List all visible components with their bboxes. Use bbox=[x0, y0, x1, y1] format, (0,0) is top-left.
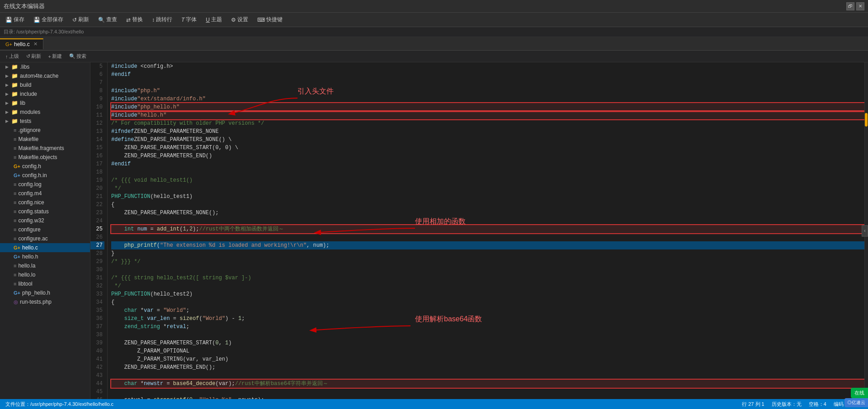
folder-icon: 📁 bbox=[11, 118, 18, 124]
close-button[interactable]: ✕ bbox=[856, 2, 864, 10]
sidebar-item-hello-la[interactable]: ≡ hello.la bbox=[0, 261, 90, 270]
code-line: #ifndef ZEND_PARSE_PARAMETERS_NONE bbox=[111, 127, 864, 136]
refresh2-button[interactable]: ↺ 刷新 bbox=[24, 52, 43, 60]
settings-button[interactable]: ⚙ 设置 bbox=[229, 15, 250, 24]
folder-icon: 📁 bbox=[11, 64, 18, 70]
code-editor[interactable]: #include <config.h> #endif #include "php… bbox=[108, 62, 864, 399]
replace-label: 替换 bbox=[132, 16, 143, 24]
save-button[interactable]: 💾 保存 bbox=[4, 15, 26, 24]
sidebar-item-config-log[interactable]: ≡ config.log bbox=[0, 180, 90, 189]
goto-label: 跳转行 bbox=[156, 16, 172, 24]
file-label: config.status bbox=[18, 208, 48, 215]
code-line: /* {{{ void hello_test1() bbox=[111, 176, 864, 184]
up-button[interactable]: ↑ 上级 bbox=[4, 52, 21, 60]
line-numbers: 5 6 7 8 9 10 11 12 13 14 15 16 17 18 19 … bbox=[90, 62, 108, 399]
folder-label: autom4te.cache bbox=[20, 73, 58, 79]
code-line: /* {{{ string hello_test2([ string $var … bbox=[111, 274, 864, 282]
toolbar: 💾 保存 💾 全部保存 ↺ 刷新 🔍 查查 ⇄ 替换 ↕ 跳转行 T 字体 U … bbox=[0, 13, 868, 27]
code-line: #include "php.h" bbox=[111, 87, 864, 95]
refresh-button[interactable]: ↺ 刷新 bbox=[71, 15, 91, 24]
sidebar-item-makefile[interactable]: ≡ Makefile bbox=[0, 135, 90, 144]
sidebar-item-hello-lo[interactable]: ≡ hello.lo bbox=[0, 270, 90, 279]
save-all-button[interactable]: 💾 全部保存 bbox=[32, 15, 65, 24]
new-icon: + bbox=[48, 54, 51, 59]
code-line: ZEND_PARSE_PARAMETERS_END() bbox=[111, 152, 864, 160]
collapse-sidebar-button[interactable]: ‹ bbox=[862, 225, 868, 236]
search2-button[interactable]: 🔍 搜索 bbox=[67, 52, 88, 60]
tab-close-button[interactable]: ✕ bbox=[33, 41, 38, 47]
file-icon: ≡ bbox=[14, 136, 16, 142]
sidebar-item-config-h[interactable]: G+ config.h bbox=[0, 162, 90, 171]
goto-line-button[interactable]: ↕ 跳转行 bbox=[150, 15, 174, 24]
c-file-icon: G+ bbox=[14, 245, 20, 250]
theme-button[interactable]: U 主题 bbox=[204, 15, 224, 24]
file-icon: ≡ bbox=[14, 191, 16, 196]
folder-label: modules bbox=[20, 109, 40, 115]
file-label: Makefile.objects bbox=[18, 154, 57, 160]
sidebar-item-modules[interactable]: ▶ 📁 modules bbox=[0, 108, 90, 117]
code-line: #include "ext/standard/info.h" bbox=[111, 95, 864, 103]
yiyun-badge: ◎亿速云 bbox=[844, 398, 868, 407]
cursor-position: 行 27 列 1 bbox=[742, 401, 764, 408]
sidebar-item-libs[interactable]: ▶ 📁 .libs bbox=[0, 62, 90, 71]
replace-button[interactable]: ⇄ 替换 bbox=[124, 15, 145, 24]
folder-label: .libs bbox=[20, 64, 29, 70]
code-line: /* }}} */ bbox=[111, 258, 864, 266]
file-label: run-tests.php bbox=[20, 299, 52, 305]
code-line-active: php_printf("The extension %d is loaded a… bbox=[111, 241, 864, 249]
code-line bbox=[111, 266, 864, 274]
sidebar-item-tests[interactable]: ▶ 📁 tests bbox=[0, 117, 90, 126]
file-icon: ≡ bbox=[14, 272, 16, 277]
search-button[interactable]: 🔍 查查 bbox=[96, 15, 119, 24]
maximize-button[interactable]: 🗗 bbox=[846, 2, 854, 10]
sidebar-item-configure-ac[interactable]: ≡ configure.ac bbox=[0, 234, 90, 243]
chevron-right-icon: ▶ bbox=[5, 110, 9, 114]
code-line bbox=[111, 331, 864, 339]
sidebar-item-include[interactable]: ▶ 📁 include bbox=[0, 89, 90, 99]
file-icon: ≡ bbox=[14, 236, 16, 241]
file-icon: ≡ bbox=[14, 155, 16, 160]
sidebar-item-config-h-in[interactable]: G+ config.h.in bbox=[0, 171, 90, 180]
sidebar-item-config-m4[interactable]: ≡ config.m4 bbox=[0, 189, 90, 198]
sidebar-item-configure[interactable]: ≡ configure bbox=[0, 225, 90, 234]
tab-file-icon: G+ bbox=[5, 42, 12, 47]
sidebar-item-autom4te[interactable]: ▶ 📁 autom4te.cache bbox=[0, 71, 90, 80]
tab-hello-c[interactable]: G+ hello.c ✕ bbox=[0, 38, 43, 49]
sidebar-item-lib[interactable]: ▶ 📁 lib bbox=[0, 99, 90, 108]
save-label: 保存 bbox=[14, 16, 24, 24]
sidebar-item-config-nice[interactable]: ≡ config.nice bbox=[0, 198, 90, 207]
sidebar-item-build[interactable]: ▶ 📁 build bbox=[0, 80, 90, 89]
file-icon: ≡ bbox=[14, 182, 16, 187]
space-size: 空格：4 bbox=[809, 401, 826, 408]
shortcuts-button[interactable]: ⌨ 快捷键 bbox=[255, 15, 284, 24]
file-label: hello.lo bbox=[18, 272, 35, 278]
sidebar-item-config-w32[interactable]: ≡ config.w32 bbox=[0, 216, 90, 225]
sidebar-item-makefile-objects[interactable]: ≡ Makefile.objects bbox=[0, 153, 90, 162]
new-button[interactable]: + 新建 bbox=[47, 52, 64, 60]
file-icon: ≡ bbox=[14, 281, 16, 287]
chevron-right-icon: ▶ bbox=[5, 83, 9, 87]
replace-icon: ⇄ bbox=[126, 17, 131, 23]
sidebar-item-gitignore[interactable]: ≡ .gitignore bbox=[0, 126, 90, 135]
file-label: Makefile bbox=[18, 136, 38, 142]
file-label: configure.ac bbox=[18, 235, 47, 242]
save-all-icon: 💾 bbox=[33, 17, 40, 23]
sidebar-item-hello-h[interactable]: G+ hello.h bbox=[0, 252, 90, 261]
scroll-thumb[interactable] bbox=[865, 113, 868, 127]
code-line-boxed-1: int num = add_int(1,2);//rust中两个数相加函数并返回… bbox=[111, 225, 864, 233]
sidebar-item-makefile-fragments[interactable]: ≡ Makefile.fragments bbox=[0, 144, 90, 153]
sidebar-item-libtool[interactable]: ≡ libtool bbox=[0, 279, 90, 288]
online-badge: 在线 bbox=[851, 388, 868, 398]
directory-path: 目录: /usr/phper/php-7.4.30/ext/hello bbox=[4, 28, 84, 35]
file-path: 文件位置：/usr/phper/php-7.4.30/ext/hello/hel… bbox=[5, 401, 113, 408]
sidebar-item-run-tests[interactable]: ◎ run-tests.php bbox=[0, 297, 90, 306]
file-icon: ≡ bbox=[14, 200, 16, 205]
search2-icon: 🔍 bbox=[69, 53, 75, 59]
file-icon: ≡ bbox=[14, 209, 16, 214]
sidebar-item-php-hello-h[interactable]: G+ php_hello.h bbox=[0, 288, 90, 297]
sidebar-item-config-status[interactable]: ≡ config.status bbox=[0, 207, 90, 216]
file-label: php_hello.h bbox=[22, 290, 50, 296]
history-version: 历史版本：无 bbox=[772, 401, 802, 408]
font-button[interactable]: T 字体 bbox=[179, 15, 198, 24]
sidebar-item-hello-c[interactable]: G+ hello.c bbox=[0, 243, 90, 252]
